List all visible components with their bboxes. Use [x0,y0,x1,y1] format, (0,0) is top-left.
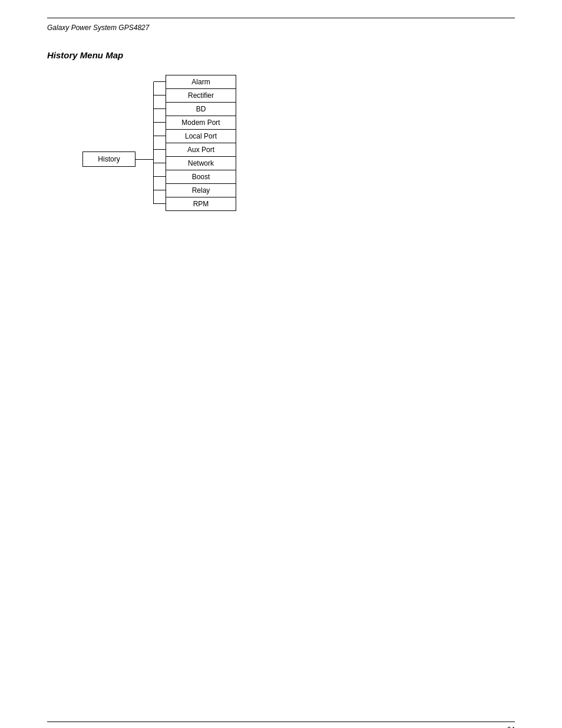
submenu-item: BD [166,102,236,116]
tick-connector [154,122,166,123]
submenu-item: Local Port [166,129,236,143]
list-item: RPM [154,197,236,210]
tick-connector [154,203,166,204]
list-item: Network [154,156,236,170]
tick-connector [154,149,166,150]
submenu-item: Network [166,156,236,170]
list-item: Relay [154,183,236,197]
list-item: BD [154,102,236,116]
list-item: Rectifier [154,88,236,102]
page-number: 64 [507,726,515,728]
list-item: Boost [154,170,236,183]
footer-line [47,722,515,722]
tick-connector [154,136,166,136]
tick-connector [154,95,166,95]
horizontal-connector [135,159,153,160]
tick-connector [154,108,166,109]
submenu-area: AlarmRectifierBDModem PortLocal PortAux … [153,75,236,210]
header-line: Galaxy Power System GPS4827 [47,18,515,32]
page-container: Galaxy Power System GPS4827 History Menu… [0,18,562,728]
submenu-item: Aux Port [166,143,236,157]
tick-connector [154,176,166,177]
tick-connector [154,81,166,82]
vertical-line [153,82,154,204]
submenu-item: Boost [166,170,236,184]
section-title: History Menu Map [47,50,515,60]
tick-connector [154,163,166,163]
list-item: Aux Port [154,143,236,156]
header-title: Galaxy Power System GPS4827 [47,24,149,32]
menu-map-diagram: History AlarmRectifierBDModem PortLocal … [82,75,515,210]
list-item: Local Port [154,129,236,143]
submenu-item: Alarm [166,75,236,89]
submenu-item: Modem Port [166,116,236,130]
submenu-list: AlarmRectifierBDModem PortLocal PortAux … [154,75,236,210]
root-node: History [82,151,135,167]
submenu-item: Rectifier [166,88,236,103]
submenu-item: RPM [166,197,236,211]
list-item: Modem Port [154,116,236,129]
list-item: Alarm [154,75,236,88]
submenu-item: Relay [166,183,236,197]
tick-connector [154,190,166,190]
